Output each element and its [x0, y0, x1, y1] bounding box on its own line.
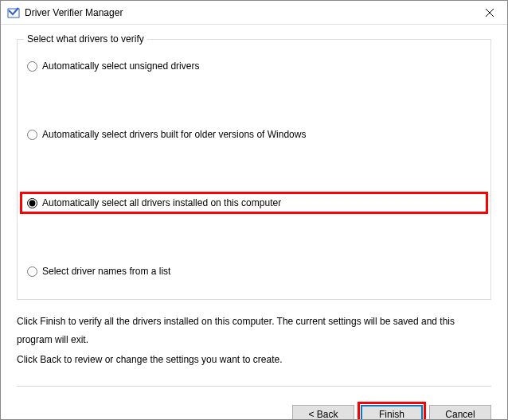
close-icon	[486, 9, 494, 17]
radio-older-windows[interactable]: Automatically select drivers built for o…	[27, 129, 481, 140]
radio-all-drivers[interactable]: Automatically select all drivers install…	[24, 196, 484, 210]
separator	[17, 386, 491, 387]
radio-label: Automatically select unsigned drivers	[42, 60, 199, 72]
radio-input-older[interactable]	[27, 130, 37, 140]
finish-button[interactable]: Finish	[361, 405, 423, 420]
cancel-button[interactable]: Cancel	[429, 405, 491, 420]
groupbox-legend: Select what drivers to verify	[24, 33, 147, 45]
instruction-line: Click Finish to verify all the drivers i…	[17, 313, 491, 349]
close-button[interactable]	[471, 1, 507, 24]
radio-input-unsigned[interactable]	[27, 61, 37, 72]
back-button[interactable]: < Back	[292, 405, 354, 420]
radio-input-list[interactable]	[27, 266, 37, 277]
titlebar: Driver Verifier Manager	[1, 1, 507, 25]
instruction-line: Click Back to review or change the setti…	[17, 351, 491, 369]
radio-unsigned-drivers[interactable]: Automatically select unsigned drivers	[27, 60, 481, 72]
radio-input-all[interactable]	[27, 198, 37, 208]
radio-label: Automatically select drivers built for o…	[42, 129, 306, 140]
radio-label: Automatically select all drivers install…	[42, 197, 281, 208]
driver-select-groupbox: Select what drivers to verify Automatica…	[17, 39, 491, 300]
radio-from-list[interactable]: Select driver names from a list	[27, 266, 481, 277]
window-title: Driver Verifier Manager	[25, 7, 471, 18]
radio-label: Select driver names from a list	[42, 266, 170, 277]
app-icon	[7, 6, 20, 19]
instructions-text: Click Finish to verify all the drivers i…	[17, 313, 491, 368]
button-row: < Back Finish Cancel	[1, 395, 507, 420]
content-area: Select what drivers to verify Automatica…	[1, 25, 507, 395]
